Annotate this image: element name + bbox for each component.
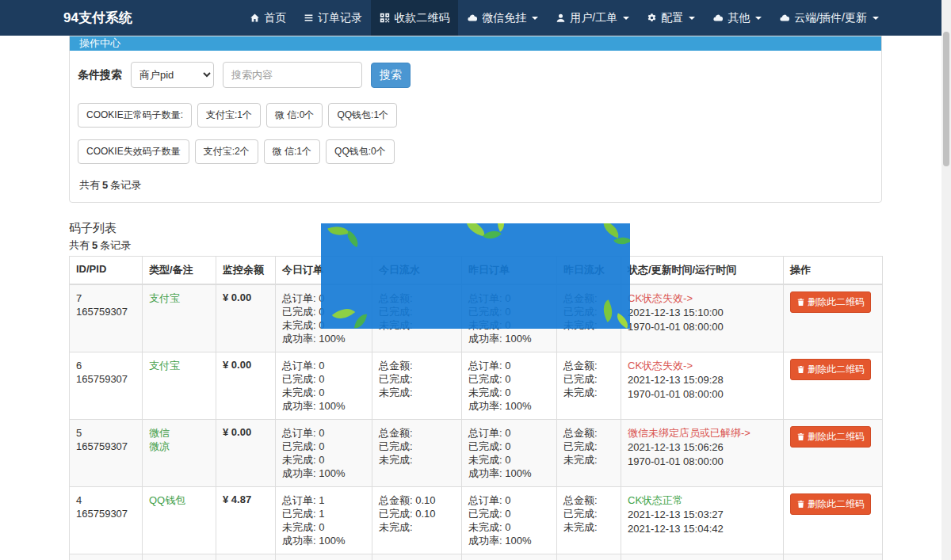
cell-today-money: 总金额: 0.10 已完成: 0.10 未完成:	[372, 554, 462, 560]
badge-wechat-expired[interactable]: 微 信:1个	[264, 139, 320, 164]
nav-menu: 首页 订单记录 收款二维码 微信免挂 用户/工单 配置	[241, 0, 888, 36]
chevron-down-icon	[689, 17, 695, 20]
nav-item-wechat-hangfree[interactable]: 微信免挂	[458, 0, 547, 36]
qr-remark: 微凉	[149, 440, 209, 453]
panel-heading: 操作中心	[70, 36, 881, 51]
chevron-down-icon	[532, 17, 538, 20]
chevron-down-icon	[623, 17, 629, 20]
search-input[interactable]	[223, 62, 362, 88]
table-row: 5 165759307 微信 微凉 ¥ 0.00 总订单: 0 已完成: 0 未…	[70, 420, 883, 487]
col-id-pid: ID/PID	[70, 257, 143, 285]
user-icon	[556, 13, 566, 23]
status-run-time: 1970-01-01 08:00:00	[628, 455, 777, 469]
qr-pid: 165759307	[76, 507, 136, 520]
badge-qq-ok[interactable]: QQ钱包:1个	[328, 103, 397, 128]
cell-today-money: 总金额: 已完成: 未完成:	[372, 420, 462, 487]
cell-action: 删除此二维码	[784, 284, 883, 352]
cell-type-remark: 微信 微凉	[143, 420, 216, 487]
cell-action: 删除此二维码	[784, 352, 883, 420]
nav-item-order-records[interactable]: 订单记录	[295, 0, 371, 36]
gear-icon	[647, 13, 657, 23]
badge-cookie-ok-count[interactable]: COOKIE正常码子数量:	[78, 103, 192, 128]
cell-id-pid: 6 165759307	[70, 352, 143, 420]
nav-item-other[interactable]: 其他	[704, 0, 770, 36]
status-text: CK状态失效->	[628, 291, 777, 306]
cell-balance: ¥ 0.00	[216, 420, 276, 487]
search-label: 条件搜索	[78, 68, 122, 82]
cell-status: CK状态正常 2021-12-13 14:53:23	[621, 554, 784, 560]
cell-today-orders: 总订单: 1 已完成: 1 未完成: 0 成功率: 100%	[276, 487, 372, 554]
cell-balance: ¥ 0.00	[216, 352, 276, 420]
status-text: CK状态失效->	[628, 359, 777, 373]
cell-yesterday-money: 总金额: 已完成: 未完成:	[557, 487, 621, 554]
delete-qrcode-button[interactable]: 删除此二维码	[790, 291, 871, 313]
qr-type: 微信	[149, 426, 209, 440]
cell-yesterday-money: 总金额: 已完成: 未完成:	[557, 554, 621, 560]
delete-qrcode-button[interactable]: 删除此二维码	[790, 359, 871, 380]
qr-pid: 165759307	[76, 440, 136, 453]
qr-type: 支付宝	[149, 291, 209, 305]
delete-qrcode-button[interactable]: 删除此二维码	[790, 493, 871, 515]
col-status-times: 状态/更新时间/运行时间	[621, 257, 784, 285]
cell-action: 删除此二维码	[784, 554, 883, 560]
brand[interactable]: 94支付系统	[63, 0, 132, 36]
cell-status: 微信未绑定店员或已解绑-> 2021-12-13 15:06:26 1970-0…	[621, 420, 784, 487]
qr-pid: 165759307	[76, 372, 136, 386]
status-run-time: 1970-01-01 08:00:00	[628, 387, 777, 402]
delete-qrcode-button[interactable]: 删除此二维码	[790, 426, 871, 448]
trash-icon	[796, 432, 805, 441]
cloud-icon	[712, 13, 724, 23]
chevron-down-icon	[755, 17, 762, 20]
cell-id-pid: 4 165759307	[70, 487, 143, 554]
cell-yesterday-money: 总金额: 已完成: 未完成:	[557, 352, 621, 420]
record-count: 共有5条记录	[78, 178, 873, 192]
badge-alipay-ok[interactable]: 支付宝:1个	[197, 103, 261, 128]
cell-status: CK状态正常 2021-12-13 15:03:27 2021-12-13 15…	[621, 487, 784, 554]
cell-today-money: 总金额: 0.10 已完成: 0.10 未完成:	[372, 487, 462, 554]
cell-balance: ¥ 2.98	[216, 554, 276, 560]
cell-yesterday-orders: 总订单: 0 已完成: 0 未完成: 0 成功率: 100%	[462, 352, 557, 420]
cell-yesterday-orders: 总订单: 0 已完成: 0 未完成: 0 成功率: 100%	[462, 487, 557, 554]
trash-icon	[796, 298, 805, 307]
nav-item-config[interactable]: 配置	[638, 0, 704, 36]
cell-status: CK状态失效-> 2021-12-13 15:10:00 1970-01-01 …	[621, 284, 784, 352]
cloud-icon	[467, 13, 478, 23]
col-action: 操作	[784, 257, 883, 285]
badge-alipay-expired[interactable]: 支付宝:2个	[195, 139, 258, 164]
qr-type: 支付宝	[149, 359, 209, 372]
cell-today-orders: 总订单: 0 已完成: 0 未完成: 0 成功率: 100%	[276, 352, 372, 420]
search-button[interactable]: 搜索	[371, 63, 411, 88]
home-icon	[250, 13, 260, 23]
operation-panel: 操作中心 条件搜索 商户pid 搜索 COOKIE正常码子数量: 支付宝:1个 …	[69, 36, 882, 203]
status-run-time: 1970-01-01 08:00:00	[628, 320, 777, 334]
nav-item-label: 云端/插件/更新	[794, 11, 867, 25]
badge-cookie-expired-count[interactable]: COOKIE失效码子数量	[78, 139, 189, 164]
nav-item-qrcode[interactable]: 收款二维码	[371, 0, 458, 36]
nav-item-label: 微信免挂	[482, 11, 526, 25]
status-updated-time: 2021-12-13 15:10:00	[628, 306, 777, 320]
cell-id-pid: 5 165759307	[70, 420, 143, 487]
search-field-select[interactable]: 商户pid	[131, 62, 214, 88]
col-type-remark: 类型/备注	[143, 257, 216, 285]
status-text: 微信未绑定店员或已解绑->	[628, 426, 777, 440]
badge-wechat-ok[interactable]: 微 信:0个	[266, 103, 323, 128]
col-balance: 监控余额	[216, 257, 276, 285]
qr-id: 5	[76, 426, 136, 440]
qr-id: 7	[76, 291, 136, 305]
nav-item-home[interactable]: 首页	[241, 0, 295, 36]
leaf-icon	[613, 313, 630, 329]
nav-item-users-tickets[interactable]: 用户/工单	[547, 0, 638, 36]
cloud-icon	[779, 13, 790, 23]
badge-qq-expired[interactable]: QQ钱包:0个	[326, 139, 395, 164]
leaf-icon	[600, 223, 622, 238]
scrollbar-thumb[interactable]	[943, 32, 949, 166]
cell-action: 删除此二维码	[784, 420, 883, 487]
nav-item-label: 首页	[264, 11, 286, 25]
nav-item-cloud-plugins-update[interactable]: 云端/插件/更新	[770, 0, 888, 36]
qrcode-icon	[380, 13, 390, 23]
trash-icon	[796, 500, 805, 509]
leaf-icon	[327, 223, 349, 240]
cell-type-remark: 支付宝	[143, 352, 216, 420]
chevron-down-icon	[873, 17, 879, 20]
qr-pid: 165759307	[76, 305, 136, 318]
